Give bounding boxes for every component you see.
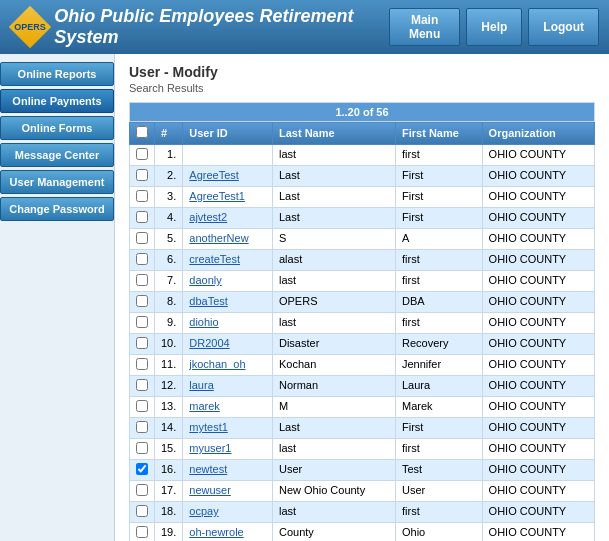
user-id-link[interactable]: newuser xyxy=(189,484,231,496)
row-userid[interactable]: jkochan_oh xyxy=(183,355,273,376)
row-checkbox[interactable] xyxy=(136,169,148,181)
row-userid[interactable]: ajvtest2 xyxy=(183,208,273,229)
row-checkbox[interactable] xyxy=(136,442,148,454)
sidebar-item-change-password[interactable]: Change Password xyxy=(0,197,114,221)
row-userid[interactable]: diohio xyxy=(183,313,273,334)
count-cell: 1..20 of 56 xyxy=(130,103,595,122)
user-id-link[interactable]: anotherNew xyxy=(189,232,248,244)
table-row: 14.mytest1LastFirstOHIO COUNTY xyxy=(130,418,595,439)
user-id-link[interactable]: jkochan_oh xyxy=(189,358,245,370)
row-userid[interactable]: mytest1 xyxy=(183,418,273,439)
row-userid[interactable]: DR2004 xyxy=(183,334,273,355)
row-userid[interactable]: dbaTest xyxy=(183,292,273,313)
col-header-org: Organization xyxy=(482,122,594,145)
row-checkbox-cell xyxy=(130,418,155,439)
row-org: OHIO COUNTY xyxy=(482,292,594,313)
table-row: 7.daonlylastfirstOHIO COUNTY xyxy=(130,271,595,292)
row-checkbox[interactable] xyxy=(136,295,148,307)
row-firstname: first xyxy=(395,502,482,523)
logo-diamond-wrapper: OPERS xyxy=(10,7,46,47)
user-id-link[interactable]: AgreeTest xyxy=(189,169,239,181)
row-userid[interactable]: anotherNew xyxy=(183,229,273,250)
row-checkbox[interactable] xyxy=(136,421,148,433)
user-id-link[interactable]: laura xyxy=(189,379,213,391)
row-checkbox[interactable] xyxy=(136,337,148,349)
main-menu-button[interactable]: Main Menu xyxy=(389,8,460,46)
user-id-link[interactable]: diohio xyxy=(189,316,218,328)
row-num: 11. xyxy=(155,355,183,376)
row-checkbox[interactable] xyxy=(136,358,148,370)
user-id-link[interactable]: dbaTest xyxy=(189,295,228,307)
user-id-link[interactable]: marek xyxy=(189,400,220,412)
row-userid[interactable]: myuser1 xyxy=(183,439,273,460)
row-checkbox-cell xyxy=(130,250,155,271)
row-checkbox[interactable] xyxy=(136,316,148,328)
row-userid[interactable]: newtest xyxy=(183,460,273,481)
row-org: OHIO COUNTY xyxy=(482,418,594,439)
select-all-checkbox[interactable] xyxy=(136,126,148,138)
table-body: 1.lastfirstOHIO COUNTY2.AgreeTestLastFir… xyxy=(130,145,595,542)
row-checkbox[interactable] xyxy=(136,526,148,538)
row-userid[interactable]: laura xyxy=(183,376,273,397)
row-checkbox[interactable] xyxy=(136,505,148,517)
user-id-link[interactable]: ocpay xyxy=(189,505,218,517)
page-title: User - Modify xyxy=(129,64,595,80)
row-userid[interactable]: oh-newrole xyxy=(183,523,273,542)
row-firstname: first xyxy=(395,313,482,334)
user-id-link[interactable]: createTest xyxy=(189,253,240,265)
sidebar: Online Reports Online Payments Online Fo… xyxy=(0,54,115,541)
row-lastname: Kochan xyxy=(272,355,395,376)
row-firstname: first xyxy=(395,250,482,271)
row-org: OHIO COUNTY xyxy=(482,271,594,292)
row-checkbox[interactable] xyxy=(136,232,148,244)
row-org: OHIO COUNTY xyxy=(482,376,594,397)
row-firstname: first xyxy=(395,271,482,292)
row-checkbox[interactable] xyxy=(136,484,148,496)
row-lastname: Last xyxy=(272,187,395,208)
sidebar-item-online-forms[interactable]: Online Forms xyxy=(0,116,114,140)
user-id-link[interactable]: newtest xyxy=(189,463,227,475)
row-checkbox[interactable] xyxy=(136,211,148,223)
user-id-link[interactable]: DR2004 xyxy=(189,337,229,349)
row-lastname: alast xyxy=(272,250,395,271)
row-userid[interactable]: ocpay xyxy=(183,502,273,523)
table-row: 2.AgreeTestLastFirstOHIO COUNTY xyxy=(130,166,595,187)
row-checkbox[interactable] xyxy=(136,463,148,475)
user-id-link[interactable]: oh-newrole xyxy=(189,526,243,538)
sidebar-item-user-management[interactable]: User Management xyxy=(0,170,114,194)
user-id-link[interactable]: mytest1 xyxy=(189,421,228,433)
row-lastname: last xyxy=(272,145,395,166)
row-userid[interactable]: newuser xyxy=(183,481,273,502)
help-button[interactable]: Help xyxy=(466,8,522,46)
user-id-link[interactable]: ajvtest2 xyxy=(189,211,227,223)
user-id-link[interactable]: myuser1 xyxy=(189,442,231,454)
row-checkbox[interactable] xyxy=(136,274,148,286)
user-id-link[interactable]: daonly xyxy=(189,274,221,286)
logout-button[interactable]: Logout xyxy=(528,8,599,46)
sidebar-item-message-center[interactable]: Message Center xyxy=(0,143,114,167)
row-userid[interactable]: AgreeTest xyxy=(183,166,273,187)
row-lastname: last xyxy=(272,271,395,292)
row-checkbox[interactable] xyxy=(136,148,148,160)
sidebar-item-online-reports[interactable]: Online Reports xyxy=(0,62,114,86)
row-userid[interactable]: marek xyxy=(183,397,273,418)
row-userid[interactable]: createTest xyxy=(183,250,273,271)
row-lastname: Last xyxy=(272,166,395,187)
row-checkbox[interactable] xyxy=(136,253,148,265)
row-checkbox-cell xyxy=(130,145,155,166)
row-org: OHIO COUNTY xyxy=(482,166,594,187)
row-firstname: first xyxy=(395,145,482,166)
app-title: Ohio Public Employees Retirement System xyxy=(54,6,389,48)
row-checkbox[interactable] xyxy=(136,379,148,391)
row-lastname: last xyxy=(272,313,395,334)
row-userid[interactable]: daonly xyxy=(183,271,273,292)
user-id-link[interactable]: AgreeTest1 xyxy=(189,190,245,202)
row-checkbox[interactable] xyxy=(136,400,148,412)
row-checkbox[interactable] xyxy=(136,190,148,202)
row-userid[interactable]: AgreeTest1 xyxy=(183,187,273,208)
col-header-firstname: First Name xyxy=(395,122,482,145)
row-firstname: User xyxy=(395,481,482,502)
header-nav: Main Menu Help Logout xyxy=(389,8,599,46)
row-lastname: OPERS xyxy=(272,292,395,313)
sidebar-item-online-payments[interactable]: Online Payments xyxy=(0,89,114,113)
